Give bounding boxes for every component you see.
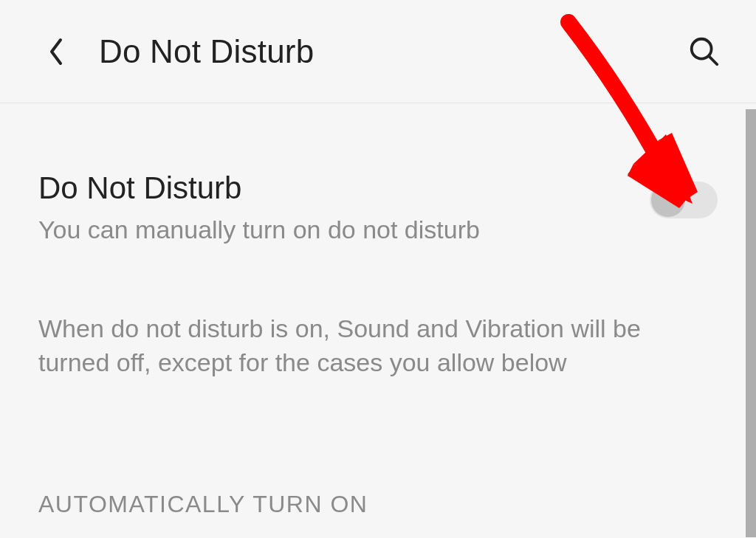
dnd-toggle-row: Do Not Disturb You can manually turn on … bbox=[38, 170, 718, 246]
dnd-toggle-subtitle: You can manually turn on do not disturb bbox=[38, 214, 620, 246]
dnd-toggle-title: Do Not Disturb bbox=[38, 170, 620, 207]
scrollbar[interactable] bbox=[746, 109, 756, 537]
content-area: Do Not Disturb You can manually turn on … bbox=[0, 103, 756, 518]
svg-line-1 bbox=[709, 56, 718, 64]
search-icon bbox=[687, 35, 721, 69]
section-header-auto: AUTOMATICALLY TURN ON bbox=[38, 491, 718, 518]
header-bar: Do Not Disturb bbox=[0, 0, 756, 103]
page-title: Do Not Disturb bbox=[99, 33, 314, 70]
dnd-info-text: When do not disturb is on, Sound and Vib… bbox=[38, 312, 718, 380]
chevron-left-icon bbox=[47, 37, 65, 66]
dnd-toggle-switch[interactable] bbox=[650, 182, 718, 218]
back-button[interactable] bbox=[41, 37, 71, 66]
dnd-toggle-text: Do Not Disturb You can manually turn on … bbox=[38, 170, 650, 246]
toggle-knob bbox=[651, 183, 685, 217]
do-not-disturb-screen: Do Not Disturb Do Not Disturb You can ma… bbox=[0, 0, 756, 538]
search-button[interactable] bbox=[685, 32, 724, 71]
